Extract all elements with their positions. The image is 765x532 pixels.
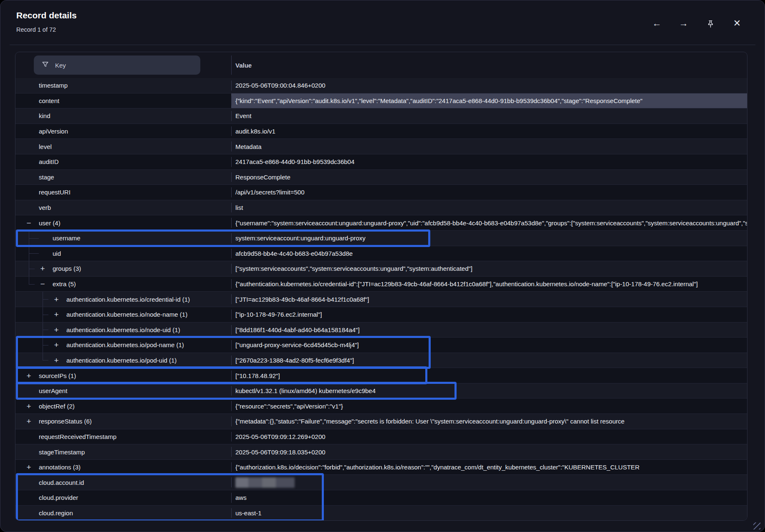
expand-icon[interactable]: + <box>24 417 34 425</box>
table-row[interactable]: +authentication.kubernetes.io/pod-uid (1… <box>15 353 747 368</box>
value-cell <box>231 475 747 490</box>
table-header: Key Value <box>15 52 747 78</box>
table-row[interactable]: kindEvent <box>15 108 747 124</box>
table-row[interactable]: cloud.regionus-east-1 <box>15 505 747 521</box>
key-cell: stageTimestamp <box>15 444 231 459</box>
key-cell: verb <box>15 200 231 215</box>
key-cell: +authentication.kubernetes.io/credential… <box>15 292 231 307</box>
expand-icon[interactable]: + <box>51 356 61 364</box>
table-row[interactable]: timestamp2025-05-06T09:00:04.846+0200 <box>15 78 747 93</box>
column-divider <box>231 55 232 75</box>
key-filter-input[interactable]: Key <box>34 55 200 75</box>
table-row[interactable]: −user (4){"username":"system:serviceacco… <box>15 215 747 230</box>
table-row[interactable]: levelMetadata <box>15 139 747 154</box>
key-cell: apiVersion <box>15 124 231 139</box>
value-text: ["10.178.48.92"] <box>235 372 280 379</box>
key-cell: +authentication.kubernetes.io/pod-uid (1… <box>15 353 231 368</box>
value-text: ["8dd186f1-440d-4abf-ad40-b64a158184a4"] <box>235 326 360 333</box>
collapse-icon[interactable]: − <box>38 280 48 288</box>
key-cell: timestamp <box>15 78 231 93</box>
value-text: {"kind":"Event","apiVersion":"audit.k8s.… <box>235 97 642 104</box>
key-cell: level <box>15 139 231 154</box>
key-cell: cloud.account.id <box>15 475 231 490</box>
value-text: aws <box>235 494 247 501</box>
value-text: {"authentication.kubernetes.io/credentia… <box>235 280 698 287</box>
table-row[interactable]: stageResponseComplete <box>15 169 747 185</box>
collapse-icon[interactable]: − <box>24 219 34 227</box>
value-cell: ["system:serviceaccounts","system:servic… <box>231 261 747 276</box>
key-cell: requestReceivedTimestamp <box>15 429 231 444</box>
next-record-button[interactable]: → <box>677 17 690 30</box>
tree-connector <box>29 284 35 285</box>
value-cell: kubectl/v1.32.1 (linux/amd64) kubernetes… <box>231 383 747 398</box>
table-row[interactable]: cloud.account.id <box>15 474 747 490</box>
tree-connector <box>43 360 48 361</box>
key-cell: cloud.provider <box>15 490 231 505</box>
table-row[interactable]: +authentication.kubernetes.io/pod-name (… <box>15 337 747 353</box>
value-cell: us-east-1 <box>231 506 747 521</box>
expand-icon[interactable]: + <box>24 463 34 471</box>
table-row[interactable]: cloud.provideraws <box>15 490 747 505</box>
key-label: verb <box>39 204 51 211</box>
expand-icon[interactable]: + <box>51 326 61 334</box>
expand-icon[interactable]: + <box>51 295 61 303</box>
key-label: authentication.kubernetes.io/node-name (… <box>66 311 187 318</box>
key-cell: +sourceIPs (1) <box>15 368 231 383</box>
table-row[interactable]: apiVersionaudit.k8s.io/v1 <box>15 124 747 139</box>
expand-icon[interactable]: + <box>38 265 48 272</box>
table-row[interactable]: +responseStatus (6){"metadata":{},"statu… <box>15 413 747 429</box>
table-row[interactable]: +annotations (3){"authorization.k8s.io/d… <box>15 459 747 475</box>
table-row[interactable]: +authentication.kubernetes.io/node-name … <box>15 307 747 322</box>
table-row[interactable]: userAgentkubectl/v1.32.1 (linux/amd64) k… <box>15 383 747 398</box>
table-row[interactable]: auditID2417aca5-e868-44d0-91bb-b9539dc36… <box>15 154 747 169</box>
key-label: authentication.kubernetes.io/credential-… <box>66 296 190 303</box>
key-cell: −extra (5) <box>15 277 231 292</box>
table-row[interactable]: −extra (5){"authentication.kubernetes.io… <box>15 276 747 292</box>
table-row[interactable]: requestReceivedTimestamp2025-05-06T09:09… <box>15 429 747 444</box>
key-label: requestURI <box>39 189 71 196</box>
table-row[interactable]: stageTimestamp2025-05-06T09:09:18.035+02… <box>15 444 747 459</box>
table-row[interactable]: +sourceIPs (1)["10.178.48.92"] <box>15 368 747 383</box>
table-row[interactable]: verblist <box>15 200 747 215</box>
value-cell: ["ip-10-178-49-76.ec2.internal"] <box>231 307 747 322</box>
close-icon[interactable]: ✕ <box>731 17 743 30</box>
value-cell: aws <box>231 490 747 505</box>
tree-connector <box>43 330 48 330</box>
key-label: user (4) <box>39 219 61 227</box>
key-cell: +annotations (3) <box>15 460 231 475</box>
expand-icon[interactable]: + <box>24 402 34 410</box>
previous-record-button[interactable]: ← <box>651 17 663 30</box>
expand-icon[interactable]: + <box>51 341 61 349</box>
table-row[interactable]: +groups (3)["system:serviceaccounts","sy… <box>15 261 747 276</box>
table-row[interactable]: +authentication.kubernetes.io/node-uid (… <box>15 322 747 338</box>
table-row[interactable]: usernamesystem:serviceaccount:unguard:un… <box>15 230 747 246</box>
tree-connector <box>43 345 48 345</box>
page-title: Record details <box>16 10 77 20</box>
value-cell: {"resource":"secrets","apiVersion":"v1"} <box>231 398 747 413</box>
tree-connector <box>29 238 39 239</box>
value-text: Metadata <box>235 143 262 150</box>
table-row[interactable]: +authentication.kubernetes.io/credential… <box>15 291 747 307</box>
value-cell: ResponseComplete <box>231 170 747 185</box>
value-text: ["ip-10-178-49-76.ec2.internal"] <box>235 311 322 318</box>
table-row[interactable]: requestURI/api/v1/secrets?limit=500 <box>15 184 747 200</box>
expand-icon[interactable]: + <box>51 310 61 318</box>
expand-icon[interactable]: + <box>24 372 34 380</box>
pin-icon[interactable] <box>704 17 717 30</box>
table-row[interactable]: uidafcb9d58-bb4e-4c40-b683-e04b97a53d8e <box>15 246 747 261</box>
value-text: Event <box>235 112 251 119</box>
value-text: afcb9d58-bb4e-4c40-b683-e04b97a53d8e <box>235 250 353 257</box>
value-cell: 2025-05-06T09:09:12.269+0200 <box>231 429 747 444</box>
key-label: cloud.region <box>39 509 73 517</box>
resize-handle[interactable] <box>753 522 760 529</box>
key-cell: uid <box>15 246 231 261</box>
key-cell: −user (4) <box>15 215 231 230</box>
key-label: requestReceivedTimestamp <box>39 433 116 440</box>
table-row[interactable]: +objectRef (2){"resource":"secrets","api… <box>15 398 747 413</box>
value-cell: 2417aca5-e868-44d0-91bb-b9539dc36b04 <box>231 154 747 169</box>
value-text: ["unguard-proxy-service-6cd45d45cb-m4lj4… <box>235 341 359 348</box>
value-cell: /api/v1/secrets?limit=500 <box>231 185 747 200</box>
value-cell: {"kind":"Event","apiVersion":"audit.k8s.… <box>231 93 747 108</box>
table-row[interactable]: content{"kind":"Event","apiVersion":"aud… <box>15 93 747 108</box>
key-label: objectRef (2) <box>39 403 75 410</box>
